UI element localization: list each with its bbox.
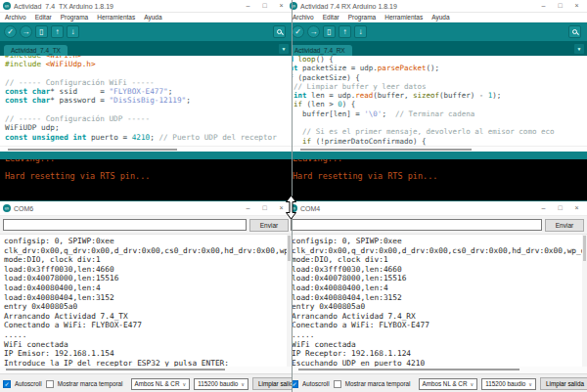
menu-item[interactable]: Editar xyxy=(323,14,339,21)
serial-output-line: IP Emisor: 192.168.1.154 xyxy=(4,349,292,359)
menu-item[interactable]: Herramientas xyxy=(384,14,423,21)
close-button[interactable]: × xyxy=(273,0,290,12)
serial-output-line: ..... xyxy=(293,330,587,340)
new-sketch-button[interactable]: ▯ xyxy=(35,25,48,38)
menu-item[interactable]: Archivo xyxy=(293,14,314,21)
new-sketch-button[interactable]: ▯ xyxy=(323,25,336,38)
serial-output-line: ..... xyxy=(4,330,292,340)
verify-button[interactable]: ✓ xyxy=(293,25,304,38)
send-button[interactable]: Enviar xyxy=(545,219,584,232)
open-button[interactable]: ↑ xyxy=(339,25,351,38)
code-horizontal-scrollbar[interactable] xyxy=(293,146,587,152)
serial-input[interactable] xyxy=(291,219,542,231)
titlebar-tx[interactable]: ∞ Actividad_7.4_TX Arduino 1.8.19 – □ × xyxy=(0,0,292,13)
code-line xyxy=(5,106,292,114)
serial-output-line: load:0x3fff0030,len:4660 xyxy=(293,265,587,275)
serial-monitor-window-com6: ∞ COM6 – □ × Enviar configsip: 0, SPIWP:… xyxy=(0,200,292,392)
console-line: Hard resetting via RTS pin... xyxy=(5,172,292,181)
minimize-button[interactable]: – xyxy=(535,0,552,12)
minimize-button[interactable]: – xyxy=(240,202,256,214)
menu-item[interactable]: Ayuda xyxy=(431,14,449,21)
maximize-button[interactable]: □ xyxy=(256,202,273,214)
serial-output-line: load:0x40080400,len:4 xyxy=(4,283,292,293)
code-horizontal-scrollbar[interactable] xyxy=(0,146,292,152)
serial-output-line: Arrancando Actividad 7.4_RX xyxy=(293,312,587,322)
serial-monitor-window-com4: ∞ COM4 – □ × Enviar configsip: 0, SPIWP:… xyxy=(293,200,587,392)
arduino-logo-icon: ∞ xyxy=(3,204,11,212)
save-button[interactable]: ↓ xyxy=(67,25,79,38)
tab-actividad-rx[interactable]: Actividad_7.4_RX xyxy=(293,45,352,56)
menu-item[interactable]: Editar xyxy=(35,14,52,21)
minimize-button[interactable]: – xyxy=(240,0,256,12)
serial-output-line: WiFi conectada xyxy=(293,340,587,350)
monitor-titlebar[interactable]: ∞ COM4 – □ × xyxy=(293,201,587,216)
code-line: buffer[len] = '\0'; // Terminar cadena xyxy=(293,110,587,119)
monitor-title: COM4 xyxy=(300,205,535,212)
maximize-button[interactable]: □ xyxy=(256,0,273,12)
vertical-scrollbar[interactable] xyxy=(582,235,587,367)
line-ending-dropdown[interactable]: Ambos NL & CR ∨ xyxy=(419,378,478,390)
right-column: ∞ Actividad 7.4 RX Arduino 1.8.19 – □ × … xyxy=(293,0,587,392)
line-ending-dropdown[interactable]: Ambos NL & CR ∨ xyxy=(131,378,191,390)
window-title: Actividad 7.4 RX Arduino 1.8.19 xyxy=(300,3,535,10)
timestamp-label: Mostrar marca temporal xyxy=(58,380,123,387)
menu-item[interactable]: Programa xyxy=(348,14,377,21)
code-editor-tx[interactable]: #include <WiFi.h>#include <WiFiUdp.h> //… xyxy=(0,56,292,146)
menu-item[interactable]: Programa xyxy=(61,14,89,21)
menu-item[interactable]: Herramientas xyxy=(97,14,135,21)
save-button[interactable]: ↓ xyxy=(354,25,367,38)
code-line: WiFiUDP udp; xyxy=(5,123,292,132)
autoscroll-checkbox[interactable]: ✓ xyxy=(293,380,298,388)
tab-actividad-tx[interactable]: Actividad_7.4_TX xyxy=(4,45,68,56)
serial-monitor-button[interactable] xyxy=(568,25,581,38)
maximize-button[interactable]: □ xyxy=(552,202,568,214)
baud-value: 115200 baudio xyxy=(485,380,525,387)
console-line: Hard resetting via RTS pin... xyxy=(293,172,587,181)
code-line: const char* ssid = "FLYBOX-E477"; xyxy=(5,87,292,96)
line-ending-value: Ambos NL & CR xyxy=(135,380,180,387)
autoscroll-checkbox[interactable]: ✓ xyxy=(3,380,11,388)
clear-output-button[interactable]: Limpiar salida xyxy=(252,377,292,390)
close-button[interactable]: × xyxy=(568,202,585,214)
monitor-footer: ✓ Autoscroll Mostrar marca temporal Ambo… xyxy=(0,373,292,392)
serial-output-line: clk_drv:0x00,q_drv:0x00,d_drv:0x00,cs0_d… xyxy=(293,246,587,256)
open-button[interactable]: ↑ xyxy=(51,25,64,38)
serial-output-line: load:0x40080404,len:3152 xyxy=(293,293,587,303)
baud-rate-dropdown[interactable]: 115200 baudio ∨ xyxy=(481,378,536,390)
baud-rate-dropdown[interactable]: 115200 baudio ∨ xyxy=(194,378,248,390)
arduino-logo-icon: ∞ xyxy=(3,2,11,10)
toolbar-rx: ✓ → ▯ ↑ ↓ xyxy=(293,22,587,41)
window-title: Actividad_7.4_TX Arduino 1.8.19 xyxy=(14,3,240,10)
code-line: #include <WiFiUdp.h> xyxy=(5,60,292,68)
magnifier-icon xyxy=(572,29,577,34)
horizontal-scrollbar[interactable] xyxy=(0,367,292,373)
serial-monitor-button[interactable] xyxy=(273,25,286,38)
timestamp-checkbox[interactable] xyxy=(334,380,341,388)
code-line: if (!primerDatoConfirmado) { xyxy=(293,138,587,146)
timestamp-checkbox[interactable] xyxy=(46,380,54,388)
code-editor-rx[interactable]: void loop() { int packetSize = udp.parse… xyxy=(293,56,587,146)
tabbar-tx: Actividad_7.4_TX ▼ xyxy=(0,41,292,56)
line-ending-value: Ambos NL & CR xyxy=(423,380,468,387)
serial-input[interactable] xyxy=(3,219,247,231)
upload-button[interactable]: → xyxy=(307,25,320,38)
horizontal-scrollbar[interactable] xyxy=(293,367,587,373)
serial-output-line: load:0x40078000,len:15516 xyxy=(293,274,587,283)
maximize-button[interactable]: □ xyxy=(552,0,568,12)
verify-button[interactable]: ✓ xyxy=(4,25,17,38)
menu-item[interactable]: Ayuda xyxy=(144,14,161,21)
close-button[interactable]: × xyxy=(568,0,585,12)
send-button[interactable]: Enviar xyxy=(249,219,289,232)
vertical-resize-cursor-icon xyxy=(285,196,297,223)
titlebar-rx[interactable]: ∞ Actividad 7.4 RX Arduino 1.8.19 – □ × xyxy=(293,0,587,13)
code-line xyxy=(5,69,292,78)
minimize-button[interactable]: – xyxy=(535,202,552,214)
clear-output-button[interactable]: Limpiar salida xyxy=(540,377,587,390)
monitor-title: COM6 xyxy=(14,205,240,212)
upload-button[interactable]: → xyxy=(20,25,32,38)
monitor-titlebar[interactable]: ∞ COM6 – □ × xyxy=(0,201,292,216)
tab-menu-button[interactable]: ▼ xyxy=(574,44,584,54)
send-row: Enviar xyxy=(0,216,292,234)
menu-item[interactable]: Archivo xyxy=(5,14,26,21)
tab-menu-button[interactable]: ▼ xyxy=(279,44,289,54)
